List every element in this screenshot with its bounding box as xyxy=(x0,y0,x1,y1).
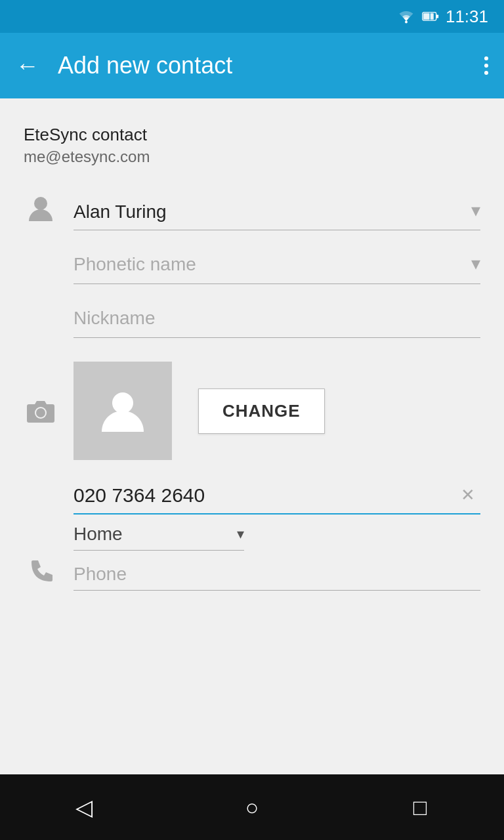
phone-row: ✕ Home ▾ Phone xyxy=(24,482,480,591)
account-name: EteSync contact xyxy=(24,125,480,145)
phone-section: ✕ Home ▾ Phone xyxy=(24,476,480,591)
wifi-icon xyxy=(397,9,415,24)
account-section: EteSync contact me@etesync.com xyxy=(24,118,480,184)
status-time: 11:31 xyxy=(446,7,488,27)
nav-home-button[interactable]: ○ xyxy=(226,781,278,833)
phonetic-placeholder: Phonetic name xyxy=(74,251,465,278)
back-button[interactable]: ← xyxy=(16,54,39,77)
name-field-group: ▾ xyxy=(74,199,480,230)
name-field-row: ▾ xyxy=(24,184,480,241)
svg-rect-3 xyxy=(423,13,434,20)
add-phone-placeholder: Phone xyxy=(74,564,127,584)
phonetic-field-row: Phonetic name ▾ xyxy=(24,241,480,295)
clear-phone-button[interactable]: ✕ xyxy=(455,482,480,508)
dot2 xyxy=(484,64,488,68)
add-phone-wrapper: Phone xyxy=(74,551,480,591)
name-chevron-icon[interactable]: ▾ xyxy=(471,200,480,224)
name-input-wrapper: ▾ xyxy=(74,199,480,230)
app-bar-title: Add new contact xyxy=(58,52,466,79)
svg-rect-2 xyxy=(436,14,438,18)
nickname-field-row: Nickname xyxy=(24,295,480,348)
camera-icon xyxy=(24,398,58,423)
nav-recent-button[interactable]: □ xyxy=(394,781,446,833)
phone-fields: ✕ Home ▾ Phone xyxy=(74,482,480,591)
svg-point-7 xyxy=(36,408,45,417)
phone-type-chevron-icon[interactable]: ▾ xyxy=(237,526,244,543)
phonetic-input-wrapper: Phonetic name ▾ xyxy=(74,251,480,284)
status-icons: 11:31 xyxy=(397,7,488,27)
phonetic-field-group: Phonetic name ▾ xyxy=(74,251,480,284)
name-input[interactable] xyxy=(74,199,465,224)
dot1 xyxy=(484,56,488,60)
more-menu-button[interactable] xyxy=(484,56,488,75)
person-icon xyxy=(24,195,58,230)
navigation-bar: ◁ ○ □ xyxy=(0,774,504,840)
content-area: EteSync contact me@etesync.com ▾ Phoneti… xyxy=(0,98,504,774)
svg-point-5 xyxy=(34,197,47,210)
battery-icon xyxy=(422,10,439,22)
phone-icon xyxy=(24,559,58,591)
phone-type-wrapper[interactable]: Home ▾ xyxy=(74,514,244,551)
photo-section: CHANGE xyxy=(24,348,480,476)
phone-number-input[interactable] xyxy=(74,484,455,507)
svg-point-8 xyxy=(112,392,133,413)
app-bar: ← Add new contact xyxy=(0,33,504,98)
nickname-input-wrapper: Nickname xyxy=(74,305,480,338)
nickname-field-group: Nickname xyxy=(74,305,480,338)
svg-point-0 xyxy=(405,21,408,24)
nav-back-button[interactable]: ◁ xyxy=(58,781,110,833)
account-email: me@etesync.com xyxy=(24,148,480,166)
phonetic-chevron-icon[interactable]: ▾ xyxy=(471,253,480,277)
status-bar: 11:31 xyxy=(0,0,504,33)
contact-photo-preview xyxy=(74,362,172,460)
phone-number-wrapper: ✕ xyxy=(74,482,480,514)
dot3 xyxy=(484,71,488,75)
nickname-placeholder: Nickname xyxy=(74,305,480,332)
change-photo-button[interactable]: CHANGE xyxy=(198,388,325,434)
phone-type-label: Home xyxy=(74,524,237,545)
